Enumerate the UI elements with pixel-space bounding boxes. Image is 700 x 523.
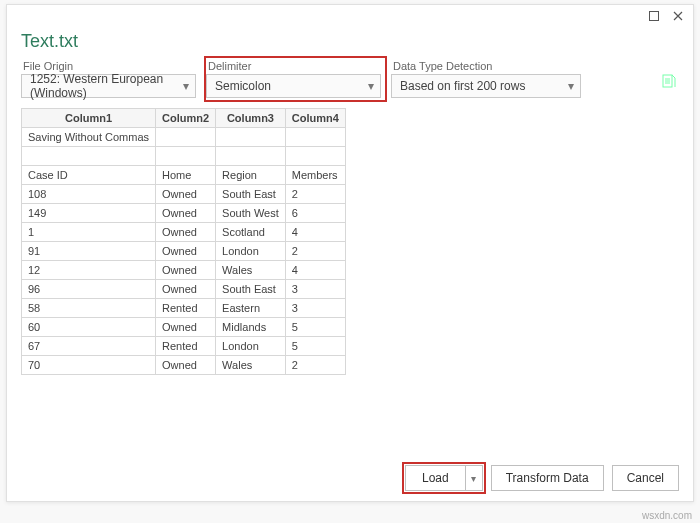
preview-table: Column1Column2Column3Column4 Saving With… <box>21 108 346 375</box>
table-cell: Midlands <box>216 318 286 337</box>
table-cell: 60 <box>22 318 156 337</box>
table-cell: Eastern <box>216 299 286 318</box>
file-origin-value: 1252: Western European (Windows) <box>30 72 177 100</box>
table-cell: Owned <box>156 261 216 280</box>
delimiter-value: Semicolon <box>215 79 271 93</box>
table-cell: Rented <box>156 299 216 318</box>
table-cell: Owned <box>156 204 216 223</box>
file-title: Text.txt <box>21 31 679 52</box>
table-cell: Saving Without Commas <box>22 128 156 147</box>
table-cell: 108 <box>22 185 156 204</box>
table-cell: South West <box>216 204 286 223</box>
detection-value: Based on first 200 rows <box>400 79 525 93</box>
table-cell: 12 <box>22 261 156 280</box>
table-cell: 67 <box>22 337 156 356</box>
table-row: 58RentedEastern3 <box>22 299 346 318</box>
chevron-down-icon: ▾ <box>471 473 476 484</box>
table-row: Case IDHomeRegionMembers <box>22 166 346 185</box>
table-row: 149OwnedSouth West6 <box>22 204 346 223</box>
table-row: 67RentedLondon5 <box>22 337 346 356</box>
table-cell: Owned <box>156 356 216 375</box>
load-button[interactable]: Load <box>405 465 465 491</box>
import-dialog: Text.txt File Origin 1252: Western Europ… <box>6 4 694 502</box>
table-cell: Owned <box>156 223 216 242</box>
table-cell: 4 <box>285 223 345 242</box>
detection-dropdown[interactable]: Based on first 200 rows ▾ <box>391 74 581 98</box>
table-row: 108OwnedSouth East2 <box>22 185 346 204</box>
table-row: 12OwnedWales4 <box>22 261 346 280</box>
table-cell: Scotland <box>216 223 286 242</box>
column-header: Column4 <box>285 109 345 128</box>
table-cell: 5 <box>285 337 345 356</box>
svg-rect-0 <box>650 12 659 21</box>
transform-data-button[interactable]: Transform Data <box>491 465 604 491</box>
table-cell: Owned <box>156 318 216 337</box>
table-cell: London <box>216 242 286 261</box>
table-cell: 3 <box>285 280 345 299</box>
table-cell: South East <box>216 280 286 299</box>
table-cell <box>156 128 216 147</box>
maximize-button[interactable] <box>647 9 661 23</box>
detection-label: Data Type Detection <box>391 60 581 72</box>
table-cell: 96 <box>22 280 156 299</box>
watermark: wsxdn.com <box>642 510 692 521</box>
titlebar <box>7 5 693 27</box>
table-row: 70OwnedWales2 <box>22 356 346 375</box>
table-cell: London <box>216 337 286 356</box>
table-cell: Members <box>285 166 345 185</box>
chevron-down-icon: ▾ <box>368 79 374 93</box>
table-cell: Owned <box>156 185 216 204</box>
table-row <box>22 147 346 166</box>
table-cell <box>285 147 345 166</box>
table-cell: 70 <box>22 356 156 375</box>
table-cell: Owned <box>156 280 216 299</box>
table-cell: 149 <box>22 204 156 223</box>
table-cell: Case ID <box>22 166 156 185</box>
table-cell <box>216 128 286 147</box>
table-cell: 2 <box>285 356 345 375</box>
table-cell: 4 <box>285 261 345 280</box>
table-row: 60OwnedMidlands5 <box>22 318 346 337</box>
file-origin-label: File Origin <box>21 60 196 72</box>
column-header: Column2 <box>156 109 216 128</box>
chevron-down-icon: ▾ <box>183 79 189 93</box>
table-cell <box>285 128 345 147</box>
footer: Load ▾ Transform Data Cancel <box>7 455 693 501</box>
table-cell: 3 <box>285 299 345 318</box>
table-cell: 58 <box>22 299 156 318</box>
table-cell: 2 <box>285 185 345 204</box>
table-cell: Wales <box>216 261 286 280</box>
table-cell: 2 <box>285 242 345 261</box>
table-cell <box>22 147 156 166</box>
settings-icon[interactable] <box>661 60 679 93</box>
table-cell: 5 <box>285 318 345 337</box>
chevron-down-icon: ▾ <box>568 79 574 93</box>
table-row: 1OwnedScotland4 <box>22 223 346 242</box>
close-button[interactable] <box>671 9 685 23</box>
table-row: 91OwnedLondon2 <box>22 242 346 261</box>
column-header: Column1 <box>22 109 156 128</box>
table-cell: Owned <box>156 242 216 261</box>
column-header: Column3 <box>216 109 286 128</box>
table-cell: 6 <box>285 204 345 223</box>
table-cell: 91 <box>22 242 156 261</box>
table-cell: South East <box>216 185 286 204</box>
table-cell: Home <box>156 166 216 185</box>
table-row: Saving Without Commas <box>22 128 346 147</box>
delimiter-label: Delimiter <box>206 60 381 72</box>
table-cell <box>156 147 216 166</box>
table-cell: Wales <box>216 356 286 375</box>
table-row: 96OwnedSouth East3 <box>22 280 346 299</box>
file-origin-dropdown[interactable]: 1252: Western European (Windows) ▾ <box>21 74 196 98</box>
table-cell: Region <box>216 166 286 185</box>
load-dropdown-button[interactable]: ▾ <box>465 465 483 491</box>
delimiter-dropdown[interactable]: Semicolon ▾ <box>206 74 381 98</box>
options-row: File Origin 1252: Western European (Wind… <box>21 60 679 98</box>
table-cell <box>216 147 286 166</box>
table-cell: 1 <box>22 223 156 242</box>
cancel-button[interactable]: Cancel <box>612 465 679 491</box>
table-cell: Rented <box>156 337 216 356</box>
